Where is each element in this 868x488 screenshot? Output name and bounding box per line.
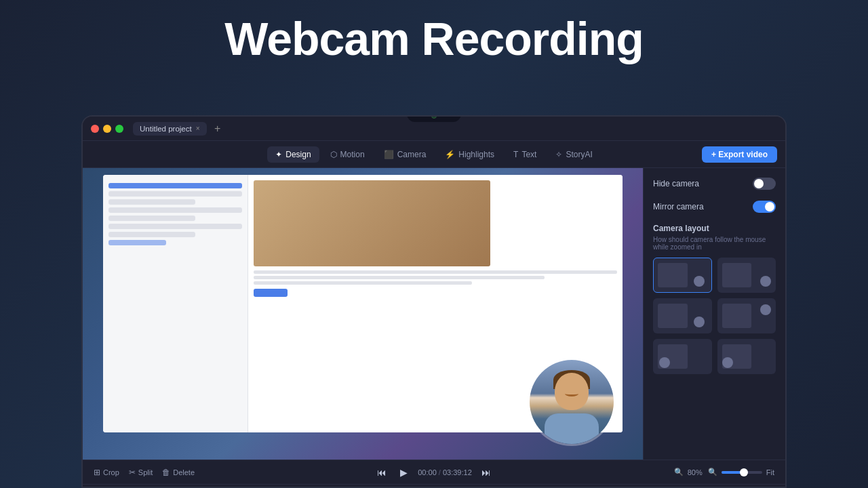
zoom-out-control: 🔍 80% <box>674 468 703 476</box>
tab-storyai[interactable]: ✧ StoryAI <box>547 146 600 163</box>
skip-back-button[interactable]: ⏮ <box>374 465 389 480</box>
layout-cam-icon <box>722 357 733 368</box>
layout-screen <box>722 304 752 328</box>
fullscreen-button[interactable] <box>115 125 123 133</box>
export-video-button[interactable]: + Export video <box>702 146 777 163</box>
nav-bar: ✦ Design ⬡ Motion ⬛ Camera ⚡ Highlights … <box>83 141 785 168</box>
playback-controls: ⏮ ▶ 00:00 / 03:39:12 ⏭ <box>374 465 494 480</box>
skip-forward-button[interactable]: ⏭ <box>479 465 494 480</box>
crop-icon: ⊞ <box>94 468 100 477</box>
canvas-area <box>83 168 643 460</box>
crop-button[interactable]: ⊞ Crop <box>94 468 119 477</box>
tab-highlights-label: Highlights <box>458 150 494 159</box>
split-icon: ✂ <box>129 468 136 477</box>
storyai-icon: ✧ <box>555 150 562 159</box>
right-panel: Hide camera Mirror camera Camera layout … <box>643 168 785 460</box>
mirror-camera-setting: Mirror camera <box>653 201 776 213</box>
mirror-camera-label: Mirror camera <box>653 202 704 211</box>
motion-icon: ⬡ <box>330 150 337 159</box>
tab-storyai-label: StoryAI <box>566 150 592 159</box>
fake-row <box>108 240 166 245</box>
design-icon: ✦ <box>275 150 282 159</box>
crop-label: Crop <box>103 468 119 476</box>
camera-layout-grid <box>653 258 776 374</box>
fake-row <box>108 199 195 205</box>
tab-text-label: Text <box>521 150 536 159</box>
tab-design[interactable]: ✦ Design <box>267 146 319 163</box>
text-icon: T <box>513 150 518 159</box>
layout-cam-icon <box>760 276 771 287</box>
webcam-bump <box>407 115 461 122</box>
tab-highlights[interactable]: ⚡ Highlights <box>437 146 502 163</box>
zoom-in-icon: 🔍 <box>708 468 717 476</box>
new-tab-button[interactable]: + <box>211 122 224 136</box>
layout-cam-icon <box>659 357 670 368</box>
timeline-area: 0s 1s 2s 3s 4s 5s 6s 7s 8s ▼ Video Scree… <box>83 484 785 488</box>
fake-sidebar <box>103 175 248 432</box>
camera-layout-title: Camera layout <box>653 224 776 233</box>
toggle-knob <box>765 202 774 211</box>
layout-screen <box>658 304 688 328</box>
project-tab[interactable]: Untitled project × <box>133 122 207 136</box>
split-label: Split <box>138 468 153 476</box>
tab-design-label: Design <box>285 150 311 159</box>
fake-row <box>108 216 195 221</box>
zoom-out-icon: 🔍 <box>674 468 684 476</box>
layout-cam-icon <box>694 317 705 327</box>
fake-text <box>254 281 471 285</box>
layout-option-2[interactable] <box>717 258 776 293</box>
tab-name: Untitled project <box>140 125 192 133</box>
traffic-lights <box>91 125 123 133</box>
webcam-overlay <box>528 358 616 446</box>
play-pause-button[interactable]: ▶ <box>396 465 411 480</box>
total-time: 03:39:12 <box>443 468 472 476</box>
layout-option-4[interactable] <box>717 298 776 333</box>
hide-camera-label: Hide camera <box>653 179 699 188</box>
tab-camera[interactable]: ⬛ Camera <box>376 146 435 163</box>
zoom-slider-knob[interactable] <box>740 468 748 476</box>
bottom-bar: ⊞ Crop ✂ Split 🗑 Delete ⏮ ▶ 00:00 / 03:3… <box>83 460 785 484</box>
person-face <box>555 373 589 410</box>
fake-row <box>108 183 242 188</box>
hide-camera-setting: Hide camera <box>653 178 776 190</box>
mirror-camera-toggle[interactable] <box>753 201 776 213</box>
main-area: Hide camera Mirror camera Camera layout … <box>83 168 785 460</box>
tab-motion[interactable]: ⬡ Motion <box>322 146 373 163</box>
close-button[interactable] <box>91 125 99 133</box>
camera-icon: ⬛ <box>384 150 394 159</box>
webcam-dot <box>431 115 437 119</box>
tab-text[interactable]: T Text <box>505 146 545 163</box>
delete-label: Delete <box>173 468 195 476</box>
zoom-controls: 🔍 80% 🔍 Fit <box>674 468 774 476</box>
zoom-slider[interactable] <box>722 471 762 474</box>
layout-option-3[interactable] <box>653 298 712 333</box>
minimize-button[interactable] <box>103 125 111 133</box>
tab-motion-label: Motion <box>340 150 365 159</box>
person-silhouette <box>530 360 614 444</box>
hide-camera-toggle[interactable] <box>753 178 776 190</box>
tab-close-icon[interactable]: × <box>196 125 200 132</box>
split-button[interactable]: ✂ Split <box>129 468 153 477</box>
time-current: 00:00 / 03:39:12 <box>418 468 472 476</box>
layout-option-5[interactable] <box>653 339 712 374</box>
hero-title: Webcam Recording <box>0 12 868 65</box>
fake-text <box>254 276 544 279</box>
current-time: 00:00 <box>418 468 437 476</box>
layout-cam-icon <box>760 304 771 315</box>
fake-row <box>108 191 242 197</box>
layout-screen <box>658 263 688 287</box>
delete-button[interactable]: 🗑 Delete <box>162 468 195 477</box>
layout-option-6[interactable] <box>717 339 776 374</box>
zoom-slider-container[interactable]: 🔍 Fit <box>708 468 774 476</box>
fake-row <box>108 224 242 229</box>
person-smile <box>565 391 578 396</box>
toggle-knob <box>754 179 764 188</box>
fake-row <box>108 232 195 237</box>
timeline-ruler: 0s 1s 2s 3s 4s 5s 6s 7s 8s <box>83 485 785 488</box>
zoom-percent: 80% <box>688 468 703 476</box>
tab-camera-label: Camera <box>397 150 427 159</box>
delete-icon: 🗑 <box>162 468 170 477</box>
layout-option-1[interactable] <box>653 258 712 293</box>
fake-text <box>254 270 617 274</box>
person-body <box>545 413 599 444</box>
